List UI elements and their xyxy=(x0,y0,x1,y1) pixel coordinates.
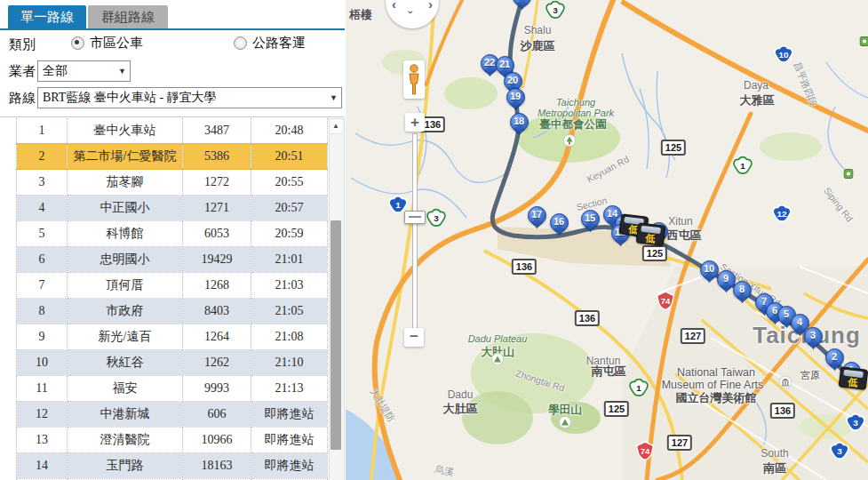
map-marker-16[interactable]: 16 xyxy=(550,213,569,232)
stop-eta: 21:08 xyxy=(251,324,328,350)
stop-eta: 20:57 xyxy=(251,196,328,221)
map-label: South xyxy=(760,447,788,460)
table-row[interactable]: 13澄清醫院10966即將進站 xyxy=(17,428,328,453)
table-row[interactable]: 2第二市場/仁愛醫院538620:51 xyxy=(17,144,328,170)
stop-id: 9993 xyxy=(183,376,251,402)
svg-text:3: 3 xyxy=(837,446,842,456)
map-marker-8[interactable]: 8 xyxy=(733,281,752,300)
map-label: 南屯區 xyxy=(592,364,626,380)
pan-left-icon[interactable]: ‹ xyxy=(392,0,396,12)
tab-group-route[interactable]: 群組路線 xyxy=(88,5,168,28)
radio-icon[interactable] xyxy=(71,36,84,50)
svg-text:1: 1 xyxy=(740,161,745,171)
table-row[interactable]: 8市政府840321:05 xyxy=(17,299,328,324)
map-marker-17[interactable]: 17 xyxy=(528,206,546,225)
table-scrollbar[interactable]: ▲ xyxy=(329,118,345,480)
stop-id: 5386 xyxy=(183,144,251,170)
provincial-shield-1: 1 xyxy=(733,156,753,177)
map-label: 南區 xyxy=(763,460,786,476)
stop-id: 606 xyxy=(183,402,251,428)
road-shield-136: 136 xyxy=(512,259,537,275)
map-marker-3[interactable]: 3 xyxy=(804,327,823,346)
table-row[interactable]: 4中正國小127120:57 xyxy=(17,196,328,221)
road-shield-125: 125 xyxy=(642,245,667,261)
zoom-slider-track[interactable] xyxy=(412,133,418,331)
map-label: Dadu xyxy=(448,388,474,401)
map-marker-15[interactable]: 15 xyxy=(581,210,600,228)
pan-right-icon[interactable]: › xyxy=(428,0,433,12)
bus-vehicle-icon[interactable]: 低 xyxy=(635,222,665,246)
stop-id: 1264 xyxy=(183,324,251,350)
road-shield-127: 127 xyxy=(667,435,692,451)
stop-name: 中正國小 xyxy=(68,196,183,221)
map-label: Dadu Plateau xyxy=(468,333,528,344)
operator-select[interactable]: 全部 ▼ xyxy=(37,60,131,82)
table-row[interactable]: 1臺中火車站348720:48 xyxy=(17,118,328,144)
scrollbar-up-icon[interactable]: ▲ xyxy=(330,119,342,134)
table-row[interactable]: 6忠明國小1942921:01 xyxy=(17,247,328,273)
stop-eta: 21:01 xyxy=(251,247,328,273)
map-marker-9[interactable]: 9 xyxy=(717,270,736,289)
stop-id: 1272 xyxy=(183,170,251,196)
map-marker-10[interactable]: 10 xyxy=(700,260,719,279)
radio-icon[interactable] xyxy=(234,36,247,50)
stop-seq: 10 xyxy=(17,350,68,376)
route-select-value: BRT藍線 臺中火車站 - 靜宜大學 xyxy=(43,91,217,104)
zoom-out-button[interactable]: − xyxy=(404,328,424,347)
stop-id: 6053 xyxy=(183,221,251,247)
map-label: 西屯區 xyxy=(667,228,702,244)
operator-select-value: 全部 xyxy=(43,64,68,77)
map-marker-2[interactable]: 2 xyxy=(825,348,844,367)
table-row[interactable]: 9新光/遠百126421:08 xyxy=(17,324,328,350)
highway-shield-3: 3 xyxy=(830,442,850,462)
road-shield-136: 136 xyxy=(770,403,795,419)
map-label: 宮原 xyxy=(800,369,820,382)
mtn-poi-icon xyxy=(491,353,504,369)
stop-name: 福安 xyxy=(68,376,183,402)
highway-shield-10: 10 xyxy=(774,45,794,66)
table-row[interactable]: 7頂何厝126821:03 xyxy=(17,273,328,299)
stop-eta: 21:03 xyxy=(251,273,328,299)
stop-name: 市政府 xyxy=(68,299,183,324)
map-marker-18[interactable]: 18 xyxy=(510,113,529,132)
map-label: Daya xyxy=(744,79,768,92)
bus-vehicle-icon[interactable]: 低 xyxy=(838,366,868,390)
table-row[interactable]: 3茄苳腳127220:55 xyxy=(17,170,328,196)
category-radio-group: 市區公車公路客運 xyxy=(71,35,306,52)
map-panel[interactable]: 梧棲Shalu沙鹿區Daya大雅區TaichungMetropolitan Pa… xyxy=(346,0,868,480)
stop-eta: 即將進站 xyxy=(251,428,328,453)
stop-name: 茄苳腳 xyxy=(68,170,183,196)
table-row[interactable]: 14玉門路18163即將進站 xyxy=(17,453,328,479)
expressway-shield-74: 74 xyxy=(635,441,656,460)
tab-single-route[interactable]: 單一路線 xyxy=(8,5,86,28)
pan-down-icon[interactable]: ˇ xyxy=(408,9,412,24)
route-select[interactable]: BRT藍線 臺中火車站 - 靜宜大學 ▼ xyxy=(37,87,342,108)
svg-text:3: 3 xyxy=(434,213,439,223)
operator-label: 業者 xyxy=(9,63,36,80)
stop-eta: 即將進站 xyxy=(251,402,328,428)
zoom-in-button[interactable]: + xyxy=(405,113,425,132)
stop-seq: 12 xyxy=(17,402,68,428)
table-row[interactable]: 10秋紅谷126221:10 xyxy=(17,350,328,376)
provincial-shield-3: 3 xyxy=(426,209,447,229)
table-row[interactable]: 12中港新城606即將進站 xyxy=(17,402,328,428)
green-poi-icon xyxy=(844,166,854,182)
table-row[interactable]: 5科博館605320:59 xyxy=(17,221,328,247)
table-row[interactable]: 11福安999321:13 xyxy=(17,376,328,402)
map-label: Shalu xyxy=(524,24,552,36)
stop-seq: 11 xyxy=(17,376,68,402)
category-radio-0[interactable]: 市區公車 xyxy=(71,35,143,52)
category-radio-1[interactable]: 公路客運 xyxy=(234,35,306,52)
stop-id: 1271 xyxy=(183,196,251,221)
zoom-slider-handle[interactable] xyxy=(404,211,426,224)
stop-name: 中港新城 xyxy=(68,402,183,428)
map-marker-19[interactable]: 19 xyxy=(506,88,525,107)
stop-seq: 9 xyxy=(17,324,68,350)
map-label: National Taiwan xyxy=(677,366,755,379)
stop-seq: 7 xyxy=(17,273,68,299)
scrollbar-thumb[interactable] xyxy=(330,220,341,450)
map-label: 學田山 xyxy=(548,403,582,418)
map-label: Taichung xyxy=(556,97,595,108)
pegman-icon[interactable] xyxy=(403,60,425,99)
road-shield-127: 127 xyxy=(681,328,705,344)
